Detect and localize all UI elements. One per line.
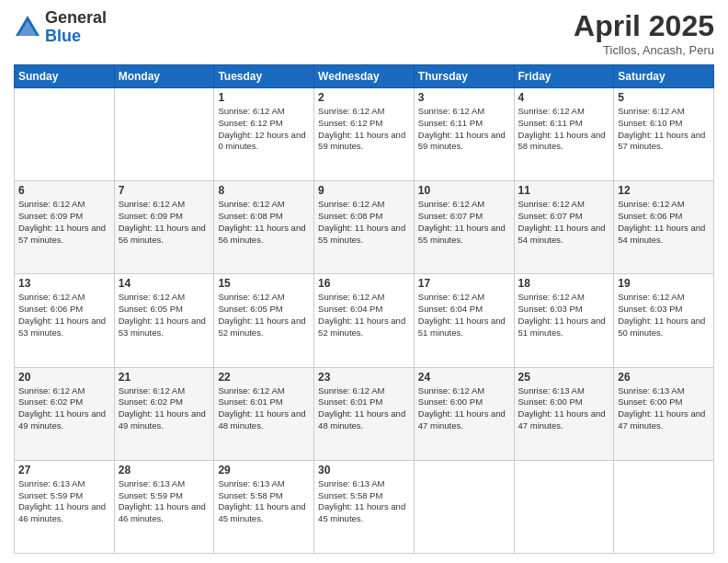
header-wednesday: Wednesday bbox=[314, 65, 415, 88]
day-number: 9 bbox=[318, 184, 410, 197]
day-info: Sunrise: 6:12 AM Sunset: 6:08 PM Dayligh… bbox=[318, 199, 410, 246]
logo-general-text: General bbox=[45, 9, 107, 28]
day-info: Sunrise: 6:12 AM Sunset: 6:06 PM Dayligh… bbox=[18, 292, 110, 339]
table-row: 19Sunrise: 6:12 AM Sunset: 6:03 PM Dayli… bbox=[614, 274, 714, 367]
day-info: Sunrise: 6:12 AM Sunset: 6:07 PM Dayligh… bbox=[418, 199, 510, 246]
table-row: 24Sunrise: 6:12 AM Sunset: 6:00 PM Dayli… bbox=[414, 367, 514, 460]
title-block: April 2025 Ticllos, Ancash, Peru bbox=[574, 9, 714, 57]
table-row: 22Sunrise: 6:12 AM Sunset: 6:01 PM Dayli… bbox=[214, 367, 314, 460]
day-number: 19 bbox=[618, 277, 710, 290]
day-number: 21 bbox=[119, 371, 210, 384]
calendar-week-row: 20Sunrise: 6:12 AM Sunset: 6:02 PM Dayli… bbox=[15, 367, 714, 460]
day-number: 22 bbox=[218, 371, 310, 384]
day-info: Sunrise: 6:12 AM Sunset: 6:03 PM Dayligh… bbox=[618, 292, 710, 339]
table-row bbox=[414, 460, 514, 553]
day-info: Sunrise: 6:12 AM Sunset: 6:12 PM Dayligh… bbox=[218, 106, 310, 153]
table-row: 21Sunrise: 6:12 AM Sunset: 6:02 PM Dayli… bbox=[114, 367, 214, 460]
table-row: 8Sunrise: 6:12 AM Sunset: 6:08 PM Daylig… bbox=[214, 181, 314, 274]
table-row: 14Sunrise: 6:12 AM Sunset: 6:05 PM Dayli… bbox=[114, 274, 214, 367]
day-info: Sunrise: 6:12 AM Sunset: 6:10 PM Dayligh… bbox=[618, 106, 710, 153]
day-info: Sunrise: 6:13 AM Sunset: 6:00 PM Dayligh… bbox=[518, 385, 610, 432]
table-row: 27Sunrise: 6:13 AM Sunset: 5:59 PM Dayli… bbox=[15, 460, 115, 553]
day-number: 11 bbox=[518, 184, 610, 197]
day-number: 12 bbox=[618, 184, 710, 197]
table-row bbox=[614, 460, 714, 553]
month-title: April 2025 bbox=[574, 9, 714, 43]
day-number: 30 bbox=[318, 464, 410, 477]
day-number: 20 bbox=[18, 371, 110, 384]
day-info: Sunrise: 6:12 AM Sunset: 6:09 PM Dayligh… bbox=[18, 199, 110, 246]
day-info: Sunrise: 6:12 AM Sunset: 6:12 PM Dayligh… bbox=[318, 106, 410, 153]
day-number: 25 bbox=[518, 371, 610, 384]
calendar-header-row: Sunday Monday Tuesday Wednesday Thursday… bbox=[15, 65, 714, 88]
day-number: 10 bbox=[418, 184, 510, 197]
page: General Blue April 2025 Ticllos, Ancash,… bbox=[0, 0, 728, 563]
table-row bbox=[15, 88, 115, 181]
table-row: 30Sunrise: 6:13 AM Sunset: 5:58 PM Dayli… bbox=[314, 460, 415, 553]
day-number: 29 bbox=[218, 464, 310, 477]
table-row: 3Sunrise: 6:12 AM Sunset: 6:11 PM Daylig… bbox=[414, 88, 514, 181]
day-number: 27 bbox=[18, 464, 110, 477]
day-number: 5 bbox=[618, 91, 710, 104]
day-number: 15 bbox=[218, 277, 310, 290]
table-row bbox=[514, 460, 614, 553]
day-info: Sunrise: 6:12 AM Sunset: 6:07 PM Dayligh… bbox=[518, 199, 610, 246]
logo-blue-text: Blue bbox=[45, 28, 107, 46]
logo: General Blue bbox=[14, 9, 107, 46]
header: General Blue April 2025 Ticllos, Ancash,… bbox=[14, 9, 714, 57]
table-row: 15Sunrise: 6:12 AM Sunset: 6:05 PM Dayli… bbox=[214, 274, 314, 367]
location-subtitle: Ticllos, Ancash, Peru bbox=[574, 43, 714, 57]
day-number: 13 bbox=[18, 277, 110, 290]
table-row: 16Sunrise: 6:12 AM Sunset: 6:04 PM Dayli… bbox=[314, 274, 415, 367]
calendar-table: Sunday Monday Tuesday Wednesday Thursday… bbox=[14, 64, 714, 554]
header-monday: Monday bbox=[114, 65, 214, 88]
day-info: Sunrise: 6:12 AM Sunset: 6:05 PM Dayligh… bbox=[218, 292, 310, 339]
day-info: Sunrise: 6:12 AM Sunset: 6:04 PM Dayligh… bbox=[318, 292, 410, 339]
calendar-week-row: 27Sunrise: 6:13 AM Sunset: 5:59 PM Dayli… bbox=[15, 460, 714, 553]
calendar-week-row: 6Sunrise: 6:12 AM Sunset: 6:09 PM Daylig… bbox=[15, 181, 714, 274]
calendar-week-row: 13Sunrise: 6:12 AM Sunset: 6:06 PM Dayli… bbox=[15, 274, 714, 367]
logo-icon bbox=[14, 14, 41, 41]
header-thursday: Thursday bbox=[414, 65, 514, 88]
table-row: 18Sunrise: 6:12 AM Sunset: 6:03 PM Dayli… bbox=[514, 274, 614, 367]
day-number: 8 bbox=[218, 184, 310, 197]
header-tuesday: Tuesday bbox=[214, 65, 314, 88]
table-row: 2Sunrise: 6:12 AM Sunset: 6:12 PM Daylig… bbox=[314, 88, 415, 181]
day-info: Sunrise: 6:12 AM Sunset: 6:04 PM Dayligh… bbox=[418, 292, 510, 339]
day-number: 4 bbox=[518, 91, 610, 104]
table-row: 9Sunrise: 6:12 AM Sunset: 6:08 PM Daylig… bbox=[314, 181, 415, 274]
day-number: 14 bbox=[119, 277, 210, 290]
day-info: Sunrise: 6:12 AM Sunset: 6:00 PM Dayligh… bbox=[418, 385, 510, 432]
header-friday: Friday bbox=[514, 65, 614, 88]
day-number: 26 bbox=[618, 371, 710, 384]
day-number: 1 bbox=[218, 91, 310, 104]
header-sunday: Sunday bbox=[15, 65, 115, 88]
day-info: Sunrise: 6:12 AM Sunset: 6:06 PM Dayligh… bbox=[618, 199, 710, 246]
table-row: 11Sunrise: 6:12 AM Sunset: 6:07 PM Dayli… bbox=[514, 181, 614, 274]
table-row: 12Sunrise: 6:12 AM Sunset: 6:06 PM Dayli… bbox=[614, 181, 714, 274]
day-number: 3 bbox=[418, 91, 510, 104]
day-info: Sunrise: 6:12 AM Sunset: 6:11 PM Dayligh… bbox=[418, 106, 510, 153]
day-number: 16 bbox=[318, 277, 410, 290]
day-info: Sunrise: 6:12 AM Sunset: 6:03 PM Dayligh… bbox=[518, 292, 610, 339]
calendar-week-row: 1Sunrise: 6:12 AM Sunset: 6:12 PM Daylig… bbox=[15, 88, 714, 181]
day-number: 18 bbox=[518, 277, 610, 290]
table-row bbox=[114, 88, 214, 181]
day-info: Sunrise: 6:12 AM Sunset: 6:09 PM Dayligh… bbox=[119, 199, 210, 246]
table-row: 28Sunrise: 6:13 AM Sunset: 5:59 PM Dayli… bbox=[114, 460, 214, 553]
day-info: Sunrise: 6:12 AM Sunset: 6:11 PM Dayligh… bbox=[518, 106, 610, 153]
day-number: 28 bbox=[119, 464, 210, 477]
day-info: Sunrise: 6:12 AM Sunset: 6:05 PM Dayligh… bbox=[119, 292, 210, 339]
table-row: 7Sunrise: 6:12 AM Sunset: 6:09 PM Daylig… bbox=[114, 181, 214, 274]
day-number: 2 bbox=[318, 91, 410, 104]
header-saturday: Saturday bbox=[614, 65, 714, 88]
day-info: Sunrise: 6:13 AM Sunset: 6:00 PM Dayligh… bbox=[618, 385, 710, 432]
table-row: 25Sunrise: 6:13 AM Sunset: 6:00 PM Dayli… bbox=[514, 367, 614, 460]
table-row: 13Sunrise: 6:12 AM Sunset: 6:06 PM Dayli… bbox=[15, 274, 115, 367]
day-info: Sunrise: 6:12 AM Sunset: 6:02 PM Dayligh… bbox=[18, 385, 110, 432]
table-row: 10Sunrise: 6:12 AM Sunset: 6:07 PM Dayli… bbox=[414, 181, 514, 274]
table-row: 20Sunrise: 6:12 AM Sunset: 6:02 PM Dayli… bbox=[15, 367, 115, 460]
table-row: 4Sunrise: 6:12 AM Sunset: 6:11 PM Daylig… bbox=[514, 88, 614, 181]
day-info: Sunrise: 6:13 AM Sunset: 5:59 PM Dayligh… bbox=[119, 478, 210, 525]
day-info: Sunrise: 6:12 AM Sunset: 6:01 PM Dayligh… bbox=[318, 385, 410, 432]
